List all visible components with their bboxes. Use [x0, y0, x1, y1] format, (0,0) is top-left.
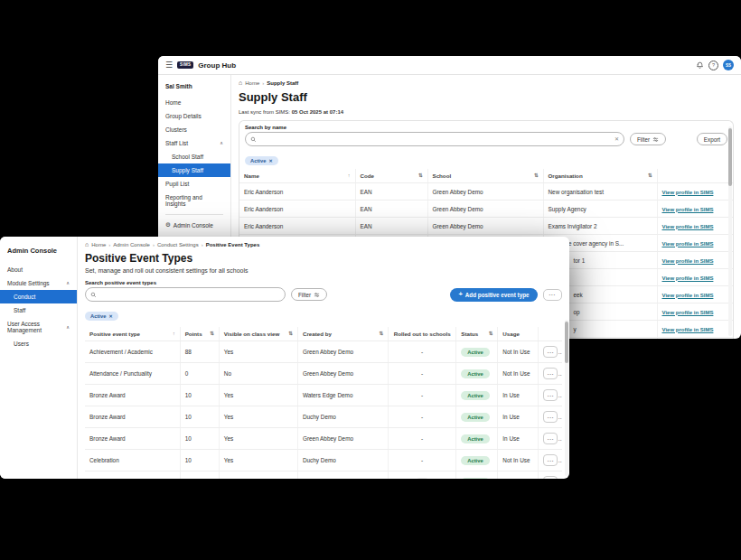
view-profile-link[interactable]: View profile in SIMS: [662, 241, 714, 247]
active-filter-chip[interactable]: Active ✕: [85, 312, 118, 321]
breadcrumb-item[interactable]: Home: [91, 242, 106, 247]
filter-button[interactable]: Filter: [630, 133, 666, 145]
sidebar-item-label: Group Details: [165, 113, 202, 119]
usage-cell: In Use: [498, 385, 539, 406]
row-actions-button[interactable]: ···: [543, 433, 558, 444]
help-icon[interactable]: ?: [708, 61, 718, 70]
filter-button[interactable]: Filter: [291, 288, 327, 301]
chip-close-icon[interactable]: ✕: [108, 313, 112, 319]
visible-cell: Yes: [219, 450, 297, 471]
school-cell: Green Abbey Demo: [427, 183, 543, 201]
sidebar-item-pupil-list[interactable]: Pupil List: [158, 177, 230, 191]
sidebar-item-staff-list[interactable]: Staff List∧: [158, 136, 230, 150]
sidebar-item-home[interactable]: Home: [158, 96, 230, 109]
sidebar-item-group-details[interactable]: Group Details: [158, 109, 230, 123]
row-actions-button[interactable]: ···: [543, 454, 558, 466]
points-cell: 10: [180, 450, 219, 471]
breadcrumb-item[interactable]: Admin Console: [113, 242, 150, 247]
column-header-label: Visible on class view: [224, 331, 279, 337]
row-actions-button[interactable]: ···: [543, 411, 558, 423]
created-by-label: Green Abbey Demo: [303, 370, 353, 377]
link-cell: View profile in SIMS: [657, 218, 734, 235]
sidebar-item-clusters[interactable]: Clusters: [158, 123, 230, 136]
app-topbar: ☰ SIMS Group Hub ? SS: [158, 56, 741, 75]
sidebar-item-users[interactable]: Users: [0, 337, 77, 350]
column-header[interactable]: Created by⇅: [297, 327, 388, 341]
view-profile-link[interactable]: View profile in SIMS: [662, 310, 714, 315]
view-profile-link[interactable]: View profile in SIMS: [662, 258, 714, 264]
page-title: Supply Staff: [239, 90, 734, 104]
column-header[interactable]: School⇅: [427, 169, 543, 183]
status-badge: Active: [461, 434, 489, 443]
search-icon: [250, 136, 257, 143]
column-header-label: Status: [461, 331, 478, 337]
view-profile-link[interactable]: View profile in SIMS: [662, 207, 714, 212]
usage-cell: Not In Use: [498, 450, 539, 471]
scrollbar-thumb[interactable]: [728, 128, 732, 186]
rolled-out-cell: -: [389, 406, 456, 428]
chevron-right-icon: ›: [153, 242, 155, 247]
view-profile-link[interactable]: View profile in SIMS: [662, 190, 714, 195]
row-actions-button[interactable]: ···: [543, 346, 558, 358]
sidebar-item-conduct[interactable]: Conduct: [0, 290, 77, 303]
export-button[interactable]: Export: [697, 133, 727, 145]
chip-close-icon[interactable]: ✕: [268, 158, 272, 163]
admin-console-sidebar: Admin Console AboutModule Settings∧Condu…: [0, 237, 78, 479]
sidebar-item-staff[interactable]: Staff: [0, 303, 77, 317]
search-input[interactable]: [259, 135, 612, 144]
more-options-button[interactable]: ···: [543, 289, 563, 301]
column-header[interactable]: Name↑: [239, 169, 355, 183]
vertical-scrollbar[interactable]: [565, 320, 568, 476]
column-header[interactable]: Code⇅: [355, 169, 427, 183]
status-cell: Active: [456, 471, 498, 480]
add-positive-event-type-button[interactable]: + Add positive event type: [450, 288, 537, 302]
sort-icon: ↑: [173, 331, 175, 337]
breadcrumb-item[interactable]: Conduct Settings: [157, 242, 199, 247]
column-header[interactable]: Positive event type↑: [85, 327, 180, 341]
column-header[interactable]: Usage: [498, 327, 539, 341]
search-input[interactable]: [99, 291, 280, 299]
home-icon: ⌂: [239, 79, 242, 86]
view-profile-link[interactable]: View profile in SIMS: [662, 275, 714, 281]
column-header-label: Name: [244, 173, 259, 179]
status-cell: Active: [456, 428, 498, 450]
sidebar-item-about[interactable]: About: [0, 263, 77, 276]
column-header[interactable]: Organisation⇅: [543, 169, 657, 183]
column-header[interactable]: Status⇅: [456, 327, 498, 341]
sidebar-item-module-settings[interactable]: Module Settings∧: [0, 276, 77, 290]
sidebar-item-label: Supply Staff: [172, 167, 203, 173]
scrollbar-thumb[interactable]: [565, 322, 568, 363]
view-profile-link[interactable]: View profile in SIMS: [662, 327, 714, 332]
clear-search-icon[interactable]: ✕: [614, 136, 619, 142]
menu-icon[interactable]: ☰: [165, 61, 173, 70]
breadcrumb-item[interactable]: Home: [245, 80, 259, 86]
vertical-scrollbar[interactable]: [728, 126, 732, 336]
sidebar-item-reporting-and-insights[interactable]: Reporting and Insights: [158, 191, 230, 210]
avatar[interactable]: SS: [723, 60, 734, 70]
active-filter-chip[interactable]: Active ✕: [245, 156, 278, 165]
code-cell: EAN: [355, 201, 427, 218]
column-header-label: Rolled out to schools: [394, 331, 451, 337]
search-label: Search by name: [245, 125, 727, 130]
sidebar-item-supply-staff[interactable]: Supply Staff: [158, 163, 230, 177]
link-cell: View profile in SIMS: [657, 252, 734, 269]
sidebar-item-school-staff[interactable]: School Staff: [158, 150, 230, 163]
notifications-bell-icon[interactable]: [696, 61, 704, 70]
visible-cell: No: [219, 363, 297, 385]
filter-button-label: Filter: [637, 136, 650, 143]
row-actions-button[interactable]: ···: [543, 476, 558, 479]
positive-event-types-table: Positive event type↑Points⇅Visible on cl…: [85, 327, 562, 479]
column-header[interactable]: Visible on class view⇅: [219, 327, 297, 341]
column-header[interactable]: Rolled out to schools: [389, 327, 456, 341]
created-by-cell: Duchy Demo: [297, 406, 388, 428]
view-profile-link[interactable]: View profile in SIMS: [662, 293, 714, 298]
sidebar-item-user-access-management[interactable]: User Access Management∧: [0, 317, 77, 337]
positive-event-types-page: ⌂Home›Admin Console›Conduct Settings›Pos…: [78, 237, 569, 479]
column-header[interactable]: Points⇅: [180, 327, 219, 341]
row-actions-button[interactable]: ···: [543, 389, 558, 401]
view-profile-link[interactable]: View profile in SIMS: [662, 224, 714, 229]
points-cell: 0: [180, 363, 219, 385]
sidebar-item-admin-console[interactable]: ⚙Admin Console: [158, 219, 230, 232]
row-actions-button[interactable]: ···: [543, 368, 558, 379]
export-button-label: Export: [704, 136, 720, 143]
